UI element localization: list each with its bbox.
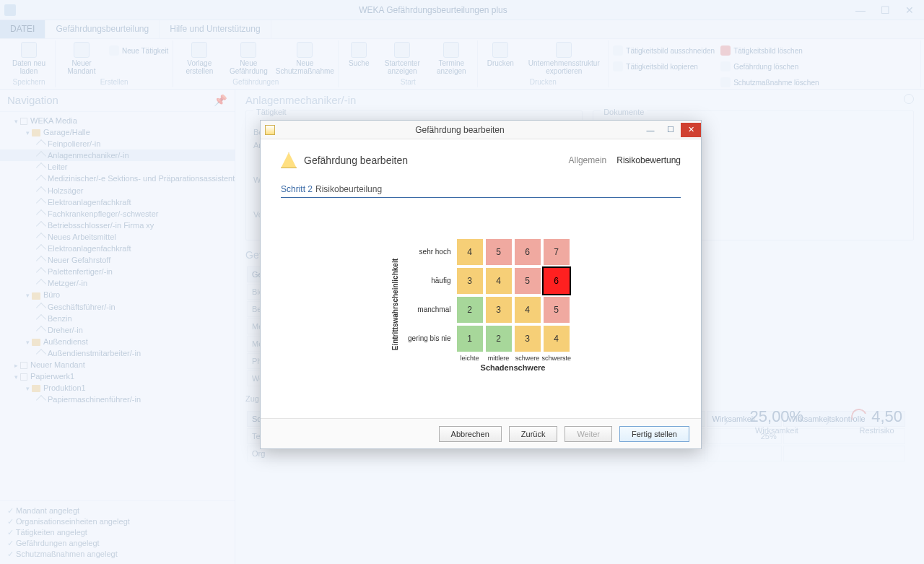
window-titlebar: WEKA Gefährdungsbeurteilungen plus — ☐ ✕	[0, 0, 924, 20]
finish-button[interactable]: Fertig stellen	[619, 426, 689, 442]
app-logo-icon	[4, 4, 16, 16]
matrix-cell[interactable]: 1	[456, 324, 484, 353]
tree-item[interactable]: Anlagenmechaniker/-in	[0, 149, 235, 161]
ribbon-termine[interactable]: Termine anzeigen	[430, 42, 473, 75]
menu-tab-help[interactable]: Hilfe und Unterstützung	[160, 20, 271, 38]
ribbon-tb-cut[interactable]: Tätigkeitsbild ausschneiden	[613, 43, 715, 58]
tree-item[interactable]: Geschäftsführer/-in	[0, 301, 235, 313]
ribbon-neuer-mandant[interactable]: Neuer Mandant	[60, 42, 103, 75]
ribbon-schutz-delete[interactable]: Schutzmaßnahme löschen	[720, 75, 819, 90]
matrix-ylabel: Eintrittswahrscheinlichkeit	[391, 259, 399, 350]
modal-dialog: Gefährdung bearbeiten — ☐ ✕ Gefährdung b…	[260, 120, 702, 449]
ribbon-drucken[interactable]: Drucken	[482, 42, 518, 67]
matrix-row-label: sehr hoch	[405, 248, 456, 256]
ribbon-gef-delete[interactable]: Gefährdung löschen	[720, 59, 819, 74]
tree-papier[interactable]: Papierwerk1	[0, 370, 235, 382]
matrix-cell[interactable]: 3	[513, 324, 542, 353]
tree-buro[interactable]: Büro	[0, 289, 235, 300]
shield-icon	[297, 42, 313, 58]
tree-item[interactable]: Palettenfertiger/-in	[0, 266, 235, 277]
tree-item[interactable]: Fachkrankenpfleger/-schwester	[0, 208, 235, 220]
back-button[interactable]: Zurück	[509, 426, 558, 442]
ribbon-neue-gefahrdung[interactable]: Neue Gefährdung	[227, 42, 270, 75]
tree-item[interactable]: Elektroanlagenfachkraft	[0, 196, 235, 208]
minimize-icon[interactable]: —	[853, 4, 868, 16]
maximize-icon[interactable]: ☐	[878, 4, 892, 16]
tree-garage[interactable]: Garage/Halle	[0, 126, 235, 138]
matrix-cell[interactable]: 5	[484, 238, 513, 266]
menu-tab-gbu[interactable]: Gefährdungsbeurteilung	[45, 20, 160, 38]
tree-root[interactable]: WEKA Media	[0, 115, 235, 126]
modal-step: Schritt 2Risikobeurteilung	[281, 184, 681, 198]
tree-item[interactable]: Außendienstmitarbeiter/-in	[0, 347, 235, 359]
matrix-cell[interactable]: 6	[542, 266, 571, 295]
matrix-cell[interactable]: 3	[484, 295, 513, 324]
check-mandant: Mandant angelegt	[7, 506, 227, 516]
tree-item[interactable]: Feinpolierer/-in	[0, 138, 235, 149]
matrix-cell[interactable]: 6	[513, 238, 542, 266]
matrix-cell[interactable]: 2	[456, 295, 484, 324]
matrix-cell[interactable]: 5	[542, 295, 571, 324]
matrix-cell[interactable]: 2	[484, 324, 513, 353]
tree-item[interactable]: Leiter	[0, 161, 235, 173]
modal-minimize[interactable]: —	[640, 123, 661, 137]
gauge-icon	[849, 407, 869, 427]
modal-tab-risiko[interactable]: Risikobewertung	[616, 155, 681, 165]
ribbon-neue-tatigkeit[interactable]: Neue Tätigkeit	[109, 43, 168, 58]
matrix-cell[interactable]: 4	[513, 295, 542, 324]
panel-tatigkeit-label: Tätigkeit	[253, 108, 289, 116]
matrix-cell[interactable]: 4	[456, 238, 484, 266]
ribbon-neue-schutz[interactable]: Neue Schutzmaßnahme	[276, 42, 334, 75]
matrix-col-label: schwere	[513, 353, 542, 362]
ribbon-export[interactable]: Unternehmensstruktur exportieren	[524, 42, 603, 75]
tree-item[interactable]: Medizinischer/-e Sektions- und Präparati…	[0, 173, 235, 184]
ribbon-group-save-label: Speichern	[7, 78, 51, 87]
menu-file[interactable]: DATEI	[0, 20, 45, 38]
close-icon[interactable]: ✕	[902, 4, 917, 16]
matrix-cell[interactable]: 7	[542, 238, 571, 266]
navigation-pane: Navigation📌 WEKA Media Garage/Halle Fein…	[0, 90, 235, 564]
pin-icon[interactable]: 📌	[214, 94, 227, 107]
tree-item[interactable]: Metzger/-in	[0, 277, 235, 289]
matrix-cell[interactable]: 4	[484, 266, 513, 295]
tree-mandant2[interactable]: Neuer Mandant	[0, 359, 235, 370]
matrix-col-label: mittlere	[484, 353, 513, 362]
tree-item[interactable]: Papiermaschinenführer/-in	[0, 394, 235, 405]
ribbon-group-print-label: Drucken	[482, 78, 603, 87]
matrix-col-label: leichte	[456, 353, 484, 362]
tree-aussen[interactable]: Außendienst	[0, 336, 235, 347]
ribbon-vorlage[interactable]: Vorlage erstellen	[178, 42, 221, 75]
matrix-cell[interactable]: 5	[513, 266, 542, 295]
warning-triangle-icon	[281, 152, 297, 168]
matrix-cell[interactable]: 3	[456, 266, 484, 295]
ribbon-tb-delete[interactable]: Tätigkeitsbild löschen	[720, 43, 819, 58]
modal-maximize[interactable]: ☐	[661, 123, 681, 137]
window-title: WEKA Gefährdungsbeurteilungen plus	[20, 5, 846, 15]
matrix-cell[interactable]: 4	[542, 324, 571, 353]
ribbon-startcenter[interactable]: Startcenter anzeigen	[380, 42, 424, 75]
cancel-button[interactable]: Abbrechen	[439, 426, 502, 442]
modal-title: Gefährdung bearbeiten	[279, 125, 640, 135]
modal-warning-icon	[265, 125, 275, 135]
add-icon	[109, 45, 119, 56]
template-icon	[191, 42, 207, 58]
tree-item[interactable]: Holzsäger	[0, 185, 235, 196]
ribbon-tb-copy[interactable]: Tätigkeitsbild kopieren	[613, 59, 715, 74]
tree-item[interactable]: Neuer Gefahrstoff	[0, 254, 235, 266]
panel-dok-label: Dokumente	[601, 108, 647, 116]
modal-tab-allgemein[interactable]: Allgemein	[569, 155, 607, 165]
ribbon-group-gef-label: Gefährdungen	[178, 78, 334, 87]
check-tat: Tätigkeiten angelegt	[7, 527, 227, 538]
ribbon-reload[interactable]: Daten neu laden	[7, 42, 51, 75]
delete-icon	[720, 77, 731, 87]
matrix-row-label: gering bis nie	[405, 334, 456, 342]
tree-item[interactable]: Elektroanlagenfachkraft	[0, 243, 235, 254]
ribbon-suche[interactable]: Suche	[343, 42, 375, 67]
tree-prod[interactable]: Produktion1	[0, 382, 235, 394]
tree-item[interactable]: Benzin	[0, 313, 235, 324]
tree-item[interactable]: Dreher/-in	[0, 324, 235, 336]
tree-item[interactable]: Neues Arbeitsmittel	[0, 231, 235, 243]
modal-close[interactable]: ✕	[681, 123, 701, 137]
content-search-icon[interactable]	[904, 94, 914, 104]
tree-item[interactable]: Betriebsschlosser/-in Firma xy	[0, 220, 235, 231]
